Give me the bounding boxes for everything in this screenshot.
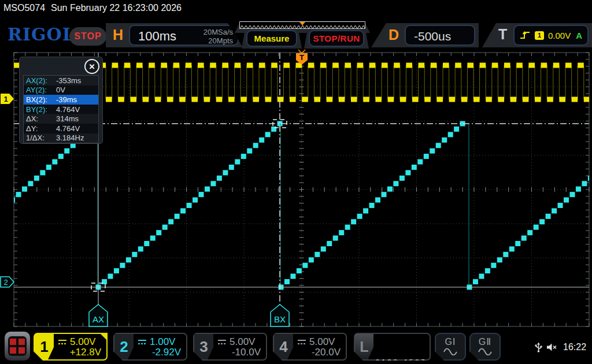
- delay-group[interactable]: D -500us: [371, 23, 479, 47]
- dc-coupling-icon: [58, 339, 67, 346]
- model-name: MSO5074: [3, 3, 45, 13]
- channel-1-offset: +12.8V: [70, 347, 101, 358]
- timebase-box[interactable]: 100ms 20MSa/s 20Mpts: [129, 25, 239, 46]
- delay-label: D: [388, 27, 399, 43]
- dc-coupling-icon: [217, 339, 227, 346]
- generator-1-button[interactable]: GⅠ: [435, 333, 466, 361]
- channel-4-offset: -20.0V: [312, 347, 341, 358]
- ch2-ground-marker[interactable]: 2: [1, 277, 14, 287]
- svg-text:BX: BX: [274, 314, 286, 324]
- dc-coupling-icon: [138, 339, 147, 346]
- generator-2-button[interactable]: GⅡ: [469, 333, 501, 361]
- titlebar: MSO5074Sun February 22 16:23:00 2026: [3, 3, 187, 13]
- trigger-group[interactable]: T 1 0.00V A: [482, 23, 592, 47]
- channel-2-scale: 1.00V: [138, 336, 175, 348]
- svg-text:T: T: [299, 53, 304, 62]
- cursor-row-by[interactable]: BY(2):4.764V: [24, 105, 98, 114]
- cursor-row-ax[interactable]: AX(2):-353ms: [24, 76, 98, 86]
- horizontal-group[interactable]: H 100ms 20MSa/s 20Mpts: [106, 23, 243, 47]
- measure-label: Measure: [254, 34, 290, 43]
- generator-1-label: GⅠ: [445, 336, 456, 347]
- channel-1-box[interactable]: 1 5.00V +12.8V: [34, 333, 108, 361]
- ch1-ground-marker[interactable]: 1: [1, 94, 14, 104]
- svg-text:1: 1: [3, 95, 8, 103]
- channel-3-box[interactable]: 3 5.00V -10.0V: [193, 333, 267, 361]
- clock: 16:22: [563, 342, 586, 352]
- horizontal-label: H: [113, 27, 123, 43]
- acquisition-rates: 20MSa/s 20Mpts: [204, 28, 233, 45]
- channel-3-offset: -10.0V: [232, 347, 261, 358]
- channel-1-corner: [99, 333, 108, 341]
- ch2-sawtooth-wave: [10, 121, 592, 290]
- menu-button[interactable]: [5, 332, 30, 361]
- cursor-ax-flag[interactable]: AX: [89, 304, 108, 326]
- trigger-sweep-mode: A: [576, 31, 582, 40]
- channel-2-box[interactable]: 2 1.00V -2.92V: [113, 333, 187, 361]
- channel-3-scale: 5.00V: [217, 336, 255, 348]
- channel-2-number: 2: [114, 334, 134, 359]
- cursor-bx-flag[interactable]: BX: [271, 304, 289, 326]
- trigger-source-badge: 1: [535, 31, 544, 40]
- cursor-rows: AX(2):-353ms AY(2):0V BX(2):-39ms BY(2):…: [23, 75, 99, 143]
- stop-run-button[interactable]: STOP/RUN: [309, 30, 364, 47]
- cursor-row-dy[interactable]: ΔY:4.764V: [24, 124, 98, 133]
- cursor-results-panel[interactable]: ✕ AX(2):-353ms AY(2):0V BX(2):-39ms BY(2…: [19, 57, 103, 144]
- delay-value: -500us: [414, 29, 451, 43]
- usb-icon: [535, 342, 542, 352]
- sample-rate: 20MSa/s: [204, 28, 233, 36]
- channel-1-number: 1: [35, 334, 54, 359]
- logic-label: L: [355, 334, 373, 359]
- generator-2-label: GⅡ: [479, 336, 491, 347]
- channel-4-number: 4: [274, 334, 293, 359]
- timebase-value: 100ms: [138, 29, 176, 44]
- menu-grid-icon: [8, 336, 27, 356]
- status-icons: 16:22: [535, 342, 586, 352]
- run-state-badge: STOP: [69, 27, 106, 46]
- channel-3-number: 3: [194, 334, 213, 359]
- channel-1-scale: 5.00V: [58, 336, 95, 348]
- channel-4-box[interactable]: 4 5.00V -20.0V: [273, 333, 347, 361]
- cursor-row-ay[interactable]: AY(2):0V: [24, 86, 98, 95]
- measure-button[interactable]: Measure: [246, 30, 297, 47]
- rising-edge-icon: [520, 30, 531, 40]
- overview-position-marker: [299, 22, 305, 25]
- sine-icon: [478, 347, 493, 355]
- speaker-muted-icon[interactable]: [546, 343, 557, 352]
- stop-run-label: STOP/RUN: [313, 34, 360, 43]
- memory-depth: 20Mpts: [204, 36, 233, 45]
- close-icon[interactable]: ✕: [84, 59, 99, 74]
- trigger-label: T: [498, 26, 507, 43]
- cursor-row-dx[interactable]: ΔX:314ms: [24, 114, 98, 124]
- delay-box[interactable]: -500us: [405, 25, 475, 46]
- svg-text:2: 2: [3, 278, 8, 287]
- cursor-row-invdx[interactable]: 1/ΔX:3.184Hz: [24, 133, 98, 143]
- svg-text:AX: AX: [92, 314, 104, 324]
- channel-2-offset: -2.92V: [152, 347, 181, 358]
- trigger-box[interactable]: 1 0.00V A: [513, 25, 589, 46]
- datetime: Sun February 22 16:23:00 2026: [51, 3, 182, 13]
- waveform-overview-strip[interactable]: [239, 21, 365, 29]
- rigol-logo: RIGOL: [8, 24, 75, 44]
- trigger-level: 0.00V: [548, 31, 571, 40]
- dc-coupling-icon: [297, 339, 306, 346]
- logic-channels-box[interactable]: L 0 1 2 3 4 5 6 7 8 9 10 11 12 13 14 15: [354, 333, 431, 361]
- cursor-row-bx-selected[interactable]: BX(2):-39ms: [24, 95, 98, 105]
- channel-4-scale: 5.00V: [297, 336, 335, 348]
- trigger-position-flag[interactable]: T: [296, 50, 308, 65]
- sine-icon: [443, 347, 458, 355]
